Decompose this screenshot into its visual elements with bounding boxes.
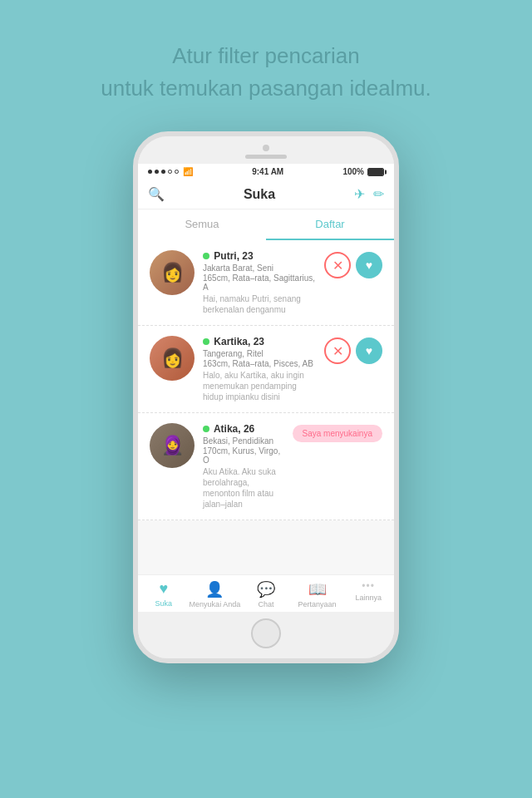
profile-info-kartika: Kartika, 23 Tangerang, Ritel 163cm, Rata… — [203, 336, 316, 402]
nav-icon-suka: ♥ — [159, 580, 168, 598]
like-button-putri[interactable]: ♥ — [356, 252, 382, 278]
status-left: 📶 — [148, 167, 193, 176]
status-right: 100% — [342, 167, 384, 176]
nav-label-lainnya: Lainnya — [355, 594, 382, 602]
profile-bio-putri: Hai, namaku Putri, senang berkenalan den… — [203, 293, 316, 315]
reject-button-putri[interactable]: ✕ — [324, 252, 351, 278]
tab-daftar[interactable]: Daftar — [266, 209, 394, 240]
tab-semua[interactable]: Semua — [138, 209, 266, 240]
edit-icon[interactable]: ✏ — [373, 186, 384, 202]
profile-location-putri: Jakarta Barat, Seni — [203, 264, 316, 273]
profile-name-kartika: Kartika, 23 — [203, 336, 316, 347]
nav-label-menyukai: Menyukai Anda — [190, 600, 241, 608]
action-buttons-putri: ✕ ♥ — [324, 252, 382, 278]
nav-item-chat[interactable]: 💬 Chat — [240, 580, 292, 608]
nav-icon-chat: 💬 — [257, 580, 275, 598]
phone-top — [138, 136, 394, 164]
signal-dot-4 — [168, 170, 172, 174]
action-buttons-atika: Saya menyukainya — [293, 425, 383, 442]
tabs: Semua Daftar — [138, 209, 394, 240]
wifi-icon: 📶 — [183, 167, 193, 176]
avatar-putri: 👩 — [150, 250, 195, 295]
profile-info-atika: Atika, 26 Bekasi, Pendidikan 170cm, Kuru… — [203, 423, 284, 510]
nav-label-pertanyaan: Pertanyaan — [298, 600, 337, 608]
bg-text-line1: Atur filter pencarian — [172, 43, 359, 68]
phone-shell: 📶 9:41 AM 100% 🔍 Suka ✈ ✏ Semua — [133, 131, 399, 663]
profile-details-putri: 165cm, Rata–rata, Sagittarius, A — [203, 273, 316, 292]
nav-icon-menyukai: 👤 — [205, 580, 224, 598]
profile-location-atika: Bekasi, Pendidikan — [203, 436, 284, 446]
home-button[interactable] — [251, 618, 281, 648]
bg-text: Atur filter pencarian untuk temukan pasa… — [67, 40, 465, 105]
profile-card-atika: 🧕 Atika, 26 Bekasi, Pendidikan 170cm, Ku… — [138, 413, 394, 520]
battery-bar — [367, 168, 384, 176]
header-title: Suka — [244, 187, 275, 202]
avatar-kartika: 👩 — [150, 336, 195, 381]
nav-item-pertanyaan[interactable]: 📖 Pertanyaan — [292, 580, 343, 608]
profile-info-putri: Putri, 23 Jakarta Barat, Seni 165cm, Rat… — [203, 250, 316, 315]
phone-speaker — [245, 155, 287, 159]
search-icon[interactable]: 🔍 — [148, 186, 165, 202]
nav-label-chat: Chat — [258, 600, 273, 608]
online-dot-kartika — [203, 338, 209, 345]
liked-button-atika[interactable]: Saya menyukainya — [293, 425, 383, 442]
profile-list: 👩 Putri, 23 Jakarta Barat, Seni 165cm, R… — [138, 240, 394, 574]
avatar-atika: 🧕 — [150, 423, 195, 468]
nav-label-suka: Suka — [155, 599, 173, 608]
bottom-nav: ♥ Suka 👤 Menyukai Anda 💬 Chat 📖 Pertanya… — [138, 574, 394, 612]
profile-card-putri: 👩 Putri, 23 Jakarta Barat, Seni 165cm, R… — [138, 240, 394, 326]
phone-screen: 📶 9:41 AM 100% 🔍 Suka ✈ ✏ Semua — [138, 164, 394, 612]
header-right-icons: ✈ ✏ — [354, 186, 384, 202]
reject-button-kartika[interactable]: ✕ — [324, 337, 351, 364]
battery-percent: 100% — [342, 167, 364, 176]
like-button-kartika[interactable]: ♥ — [356, 337, 382, 364]
nav-icon-lainnya: ••• — [362, 580, 375, 592]
online-dot-putri — [203, 253, 209, 259]
app-header: 🔍 Suka ✈ ✏ — [138, 180, 394, 209]
profile-name-putri: Putri, 23 — [203, 250, 316, 262]
nav-item-suka[interactable]: ♥ Suka — [138, 580, 190, 608]
profile-details-atika: 170cm, Kurus, Virgo, O — [203, 446, 284, 465]
battery-fill — [368, 169, 383, 175]
send-icon[interactable]: ✈ — [354, 186, 365, 202]
signal-dot-2 — [155, 170, 159, 174]
status-bar: 📶 9:41 AM 100% — [138, 164, 394, 180]
signal-dot-5 — [175, 170, 179, 174]
phone-bottom — [138, 612, 394, 658]
status-time: 9:41 AM — [252, 167, 283, 176]
nav-icon-pertanyaan: 📖 — [308, 580, 327, 598]
profile-details-kartika: 163cm, Rata–rata, Pisces, AB — [203, 359, 316, 368]
profile-card-kartika: 👩 Kartika, 23 Tangerang, Ritel 163cm, Ra… — [138, 326, 394, 413]
nav-item-lainnya[interactable]: ••• Lainnya — [342, 580, 394, 608]
action-buttons-kartika: ✕ ♥ — [324, 337, 382, 364]
online-dot-atika — [203, 426, 209, 432]
bg-text-line2: untuk temukan pasangan idealmu. — [101, 76, 431, 101]
phone-camera — [263, 145, 269, 151]
nav-item-menyukai[interactable]: 👤 Menyukai Anda — [190, 580, 241, 608]
signal-dot-1 — [148, 170, 152, 174]
profile-bio-atika: Aku Atika. Aku suka berolahraga, menonto… — [203, 466, 284, 510]
signal-dot-3 — [161, 170, 165, 174]
profile-bio-kartika: Halo, aku Kartika, aku ingin menemukan p… — [203, 370, 316, 402]
profile-name-atika: Atika, 26 — [203, 423, 284, 435]
profile-location-kartika: Tangerang, Ritel — [203, 349, 316, 358]
